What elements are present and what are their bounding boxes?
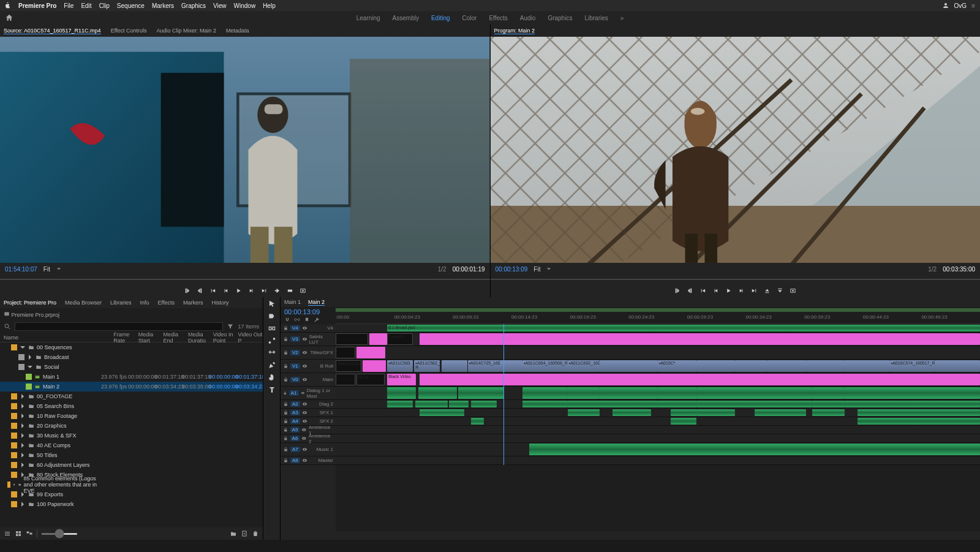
col-name[interactable]: Name xyxy=(0,335,113,341)
clip[interactable] xyxy=(812,401,845,407)
clip[interactable] xyxy=(812,409,845,416)
clip[interactable] xyxy=(415,401,448,407)
timeline-ruler[interactable]: :00:0000:00:04:2300:00:09:2300:00:14:230… xyxy=(336,307,980,324)
ripple-tool-icon[interactable] xyxy=(268,324,276,333)
source-tab-metadata[interactable]: Metadata xyxy=(226,28,249,34)
clip[interactable] xyxy=(458,387,503,399)
eye-icon[interactable] xyxy=(301,390,305,396)
track-header[interactable]: A2 Diag 2 xyxy=(281,400,336,409)
track-lane[interactable]: Saints/wh03•A011C583•A011C582_w031 R•A01… xyxy=(336,360,980,373)
chevron-right-icon[interactable] xyxy=(20,491,26,497)
ws-editing[interactable]: Editing xyxy=(431,15,450,21)
project-row[interactable]: 05 Search Bins xyxy=(0,401,263,411)
source-tab-effect-controls[interactable]: Effect Controls xyxy=(111,28,147,34)
clip[interactable]: •A014C725_16051 xyxy=(468,360,500,372)
track-lane[interactable] xyxy=(336,409,980,417)
lock-icon[interactable] xyxy=(283,458,288,463)
goto-in-icon[interactable] xyxy=(209,287,216,294)
new-item-icon[interactable] xyxy=(241,530,248,537)
project-row[interactable]: 00_FOOTAGE xyxy=(0,391,263,401)
new-bin-icon[interactable] xyxy=(230,530,237,537)
mark-in-icon[interactable] xyxy=(184,287,190,294)
clip[interactable]: Saints/wh03 xyxy=(336,360,361,372)
source-tab-audio-mixer[interactable]: Audio Clip Mixer: Main 2 xyxy=(157,28,217,34)
clip[interactable] xyxy=(806,360,845,372)
clip[interactable] xyxy=(671,409,696,416)
track-lane[interactable] xyxy=(336,456,980,465)
lock-icon[interactable] xyxy=(283,325,288,331)
tab-info[interactable]: Info xyxy=(140,300,149,306)
lock-icon[interactable] xyxy=(283,336,288,342)
chevron-right-icon[interactable] xyxy=(27,354,33,360)
project-row[interactable]: Broadcast xyxy=(0,352,263,362)
clip[interactable] xyxy=(387,387,416,399)
lock-icon[interactable] xyxy=(283,447,288,452)
snap-icon[interactable] xyxy=(284,317,290,323)
step-back-icon[interactable] xyxy=(712,287,719,294)
eye-icon[interactable] xyxy=(302,325,307,331)
tab-project[interactable]: Project: Premiere Pro xyxy=(4,300,56,306)
zoom-slider[interactable] xyxy=(41,533,78,535)
eye-icon[interactable] xyxy=(302,418,307,424)
track-target[interactable]: V3 xyxy=(290,336,300,342)
track-header[interactable]: V3 Saints LUT xyxy=(281,333,336,346)
menu-view[interactable]: View xyxy=(213,2,227,9)
project-row[interactable]: 30 Music & SFX xyxy=(0,431,263,440)
track-select-tool-icon[interactable] xyxy=(268,312,276,320)
clip[interactable] xyxy=(658,387,696,399)
track-target[interactable]: A3 xyxy=(290,410,300,415)
project-search-input[interactable] xyxy=(15,322,223,331)
clip[interactable] xyxy=(336,333,368,345)
clip[interactable] xyxy=(696,401,812,407)
eye-icon[interactable] xyxy=(302,336,307,342)
step-fwd-icon[interactable] xyxy=(738,287,745,294)
col-video-out[interactable]: Video Out P xyxy=(238,331,263,344)
icon-view-icon[interactable] xyxy=(15,530,22,537)
goto-out-icon[interactable] xyxy=(261,287,268,294)
chevron-right-icon[interactable] xyxy=(20,452,26,458)
track-lane[interactable]: 0.1 Broad.psd xyxy=(336,324,980,333)
timeline-tracks[interactable]: 0.1 Broad.psdLumetriSaints/wh03•A011C583… xyxy=(336,324,980,465)
source-zoom[interactable]: 1/2 xyxy=(438,266,447,273)
track-target[interactable]: A7 xyxy=(290,447,300,452)
project-row[interactable]: 50 Titles xyxy=(0,450,263,460)
track-target[interactable]: V4 xyxy=(290,325,300,331)
mark-out-icon[interactable] xyxy=(197,287,203,294)
clip[interactable] xyxy=(735,360,767,372)
eye-icon[interactable] xyxy=(302,410,307,415)
source-tc-in[interactable]: 01:54:10:07 xyxy=(5,266,37,273)
track-lane[interactable]: Lumetri xyxy=(336,333,980,346)
pen-tool-icon[interactable] xyxy=(268,361,276,369)
ws-audio[interactable]: Audio xyxy=(520,15,536,21)
clip[interactable] xyxy=(845,360,890,372)
clip[interactable] xyxy=(522,387,568,399)
timeline-timecode[interactable]: 00:00:13:09 xyxy=(284,308,332,316)
clip[interactable]: Black Video xyxy=(387,374,416,385)
timeline-tab-main2[interactable]: Main 2 xyxy=(308,299,325,306)
project-row[interactable]: Main 123.976 fps00:00:00:0000:01:37:1800… xyxy=(0,372,263,382)
clip[interactable]: •A010C574_160517_R11C.mp4 xyxy=(890,360,935,372)
menu-clip[interactable]: Clip xyxy=(99,2,110,9)
source-viewer[interactable] xyxy=(0,37,490,263)
source-scrubber[interactable] xyxy=(0,275,490,284)
ws-color[interactable]: Color xyxy=(462,15,477,21)
menu-sequence[interactable]: Sequence xyxy=(117,2,145,9)
clip[interactable]: 0.1 Broad.psd xyxy=(387,325,980,331)
dropdown-icon[interactable] xyxy=(546,267,551,271)
wrench-icon[interactable] xyxy=(314,317,320,323)
clip[interactable] xyxy=(336,374,355,385)
timeline-tab-main1[interactable]: Main 1 xyxy=(284,299,301,305)
clip[interactable] xyxy=(471,401,497,407)
project-row[interactable]: 99 Exports xyxy=(0,490,263,499)
chevron-right-icon[interactable] xyxy=(20,413,26,419)
track-header[interactable]: A8 Master xyxy=(281,456,336,465)
playhead[interactable] xyxy=(503,324,504,465)
extract-icon[interactable] xyxy=(777,287,783,294)
lock-icon[interactable] xyxy=(283,410,288,415)
col-video-in[interactable]: Video In Point xyxy=(213,331,238,344)
clip[interactable] xyxy=(568,387,600,399)
chevron-right-icon[interactable] xyxy=(13,482,16,488)
ws-learning[interactable]: Learning xyxy=(356,15,380,21)
program-fit[interactable]: Fit xyxy=(533,266,540,273)
track-header[interactable]: V0 Main xyxy=(281,373,336,387)
